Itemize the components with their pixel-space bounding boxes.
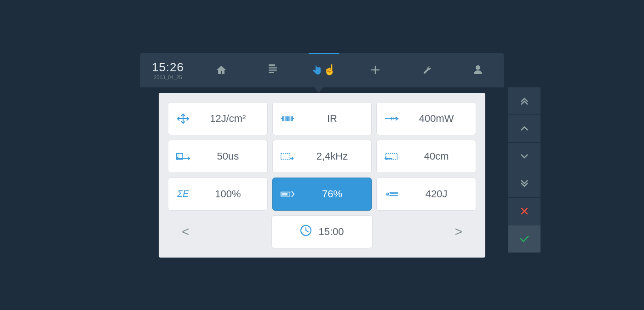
power-value: 400mW — [404, 113, 468, 125]
nav-touch[interactable]: ☝ — [298, 53, 350, 87]
svg-rect-4 — [269, 72, 274, 73]
card-fluence[interactable]: 12J/cm² — [168, 102, 268, 135]
chevron-double-down-icon — [519, 178, 529, 189]
fluence-value: 12J/cm² — [196, 113, 260, 125]
svg-rect-0 — [269, 64, 275, 66]
nav-settings[interactable] — [401, 53, 453, 87]
content-panel: 12J/cm² — [159, 93, 485, 258]
svg-rect-1 — [269, 67, 277, 68]
frequency-value: 2,4kHz — [300, 150, 364, 162]
svg-rect-34 — [390, 195, 398, 196]
chevron-double-up-icon — [519, 96, 529, 106]
check-icon — [519, 234, 529, 244]
wavelength-icon — [280, 112, 295, 125]
touch-icon — [312, 64, 323, 76]
main-container: 15:26 2013_04_25 — [140, 53, 504, 258]
chevron-down-icon — [519, 151, 529, 161]
progress-icon — [280, 188, 295, 200]
total-energy-value: 100% — [196, 188, 260, 200]
card-distance[interactable]: 40cm — [376, 140, 476, 173]
svg-point-32 — [387, 193, 388, 195]
cancel-button[interactable] — [508, 198, 540, 225]
svg-rect-2 — [269, 69, 277, 69]
grid-row-1: 12J/cm² — [168, 102, 476, 135]
svg-rect-30 — [282, 193, 287, 195]
energy-icon — [384, 188, 399, 200]
svg-rect-3 — [269, 70, 277, 71]
distance-icon — [384, 150, 399, 162]
scroll-bottom-button[interactable] — [508, 170, 540, 198]
timer-card[interactable]: 15:00 — [271, 215, 373, 248]
card-energy[interactable]: 420J — [376, 178, 476, 211]
user-icon — [473, 64, 483, 76]
svg-point-5 — [476, 65, 480, 70]
clock-icon — [300, 224, 312, 239]
clock-display: 15:26 — [152, 60, 184, 75]
bottom-nav: < 15:00 > — [168, 215, 476, 248]
next-button[interactable]: > — [446, 220, 472, 244]
fluence-icon — [176, 112, 190, 125]
card-frequency[interactable]: 2,4kHz — [272, 140, 372, 173]
card-pulse[interactable]: 50us — [168, 140, 268, 173]
power-icon — [384, 114, 399, 123]
sigma-icon: ΣΕ — [176, 189, 190, 199]
nav-home[interactable] — [196, 53, 247, 87]
nav-user[interactable] — [452, 53, 504, 87]
grid-row-2: 50us 2,4kHz — [168, 140, 476, 173]
chevron-up-icon — [519, 123, 529, 133]
right-sidebar — [508, 87, 540, 253]
nav-bar: 15:26 2013_04_25 — [140, 53, 504, 87]
home-icon — [215, 64, 227, 76]
progress-value: 76% — [300, 188, 364, 200]
svg-line-39 — [306, 230, 308, 232]
distance-value: 40cm — [404, 150, 468, 162]
pulse-icon — [176, 150, 190, 162]
wrench-icon — [421, 64, 432, 75]
add-icon — [370, 64, 381, 75]
confirm-button[interactable] — [508, 225, 540, 253]
scroll-top-button[interactable] — [508, 87, 540, 115]
svg-rect-33 — [390, 192, 398, 194]
nav-document[interactable] — [247, 53, 299, 87]
date-display: 2013_04_25 — [154, 75, 182, 80]
svg-rect-25 — [281, 153, 290, 159]
energy-value: 420J — [404, 188, 468, 200]
close-icon — [520, 207, 529, 216]
card-progress[interactable]: 76% — [272, 178, 372, 211]
scroll-down-button[interactable] — [508, 143, 540, 170]
document-icon — [268, 64, 278, 76]
card-wavelength[interactable]: IR — [272, 102, 372, 135]
grid-row-3: ΣΕ 100% 76% — [168, 178, 476, 211]
card-total-energy[interactable]: ΣΕ 100% — [168, 178, 268, 211]
timer-value: 15:00 — [318, 226, 344, 238]
prev-button[interactable]: < — [172, 220, 198, 244]
nav-time: 15:26 2013_04_25 — [140, 60, 196, 80]
frequency-icon — [280, 150, 295, 162]
wavelength-value: IR — [300, 113, 364, 125]
scroll-up-button[interactable] — [508, 115, 540, 143]
card-power[interactable]: 400mW — [376, 102, 476, 135]
nav-pointer — [314, 87, 323, 93]
nav-icons: ☝ — [196, 53, 504, 87]
nav-add[interactable] — [350, 53, 401, 87]
pulse-value: 50us — [196, 150, 260, 162]
